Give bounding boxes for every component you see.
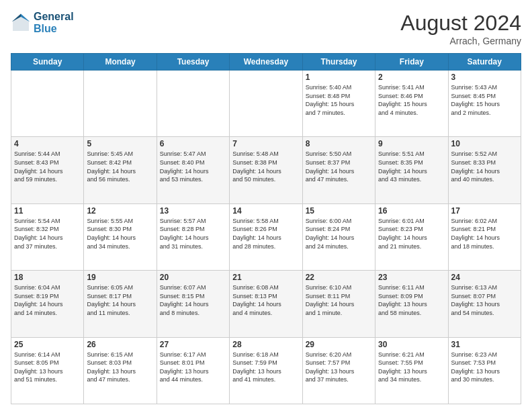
day-info: Sunrise: 6:02 AM Sunset: 8:21 PM Dayligh… bbox=[451, 217, 518, 250]
day-info: Sunrise: 6:13 AM Sunset: 8:07 PM Dayligh… bbox=[451, 283, 518, 317]
logo-text: General Blue bbox=[34, 11, 74, 34]
day-info: Sunrise: 6:00 AM Sunset: 8:24 PM Dayligh… bbox=[306, 217, 372, 250]
day-number: 4 bbox=[14, 139, 81, 148]
calendar-cell: 4Sunrise: 5:44 AM Sunset: 8:43 PM Daylig… bbox=[11, 137, 84, 203]
calendar-cell: 23Sunrise: 6:11 AM Sunset: 8:09 PM Dayli… bbox=[375, 271, 448, 337]
logo-icon bbox=[11, 13, 31, 33]
calendar-cell: 22Sunrise: 6:10 AM Sunset: 8:11 PM Dayli… bbox=[302, 271, 375, 337]
calendar-cell: 29Sunrise: 6:20 AM Sunset: 7:57 PM Dayli… bbox=[302, 337, 375, 404]
day-number: 24 bbox=[451, 273, 518, 282]
day-info: Sunrise: 6:07 AM Sunset: 8:15 PM Dayligh… bbox=[160, 283, 226, 317]
calendar-cell: 13Sunrise: 5:57 AM Sunset: 8:28 PM Dayli… bbox=[157, 203, 229, 270]
calendar-cell: 7Sunrise: 5:48 AM Sunset: 8:38 PM Daylig… bbox=[230, 137, 302, 203]
title-block: August 2024 Arrach, Germany bbox=[400, 11, 521, 46]
calendar-cell: 26Sunrise: 6:15 AM Sunset: 8:03 PM Dayli… bbox=[84, 337, 157, 404]
weekday-header-sunday: Sunday bbox=[11, 54, 84, 71]
calendar-cell: 21Sunrise: 6:08 AM Sunset: 8:13 PM Dayli… bbox=[230, 271, 302, 337]
day-info: Sunrise: 5:44 AM Sunset: 8:43 PM Dayligh… bbox=[14, 150, 81, 183]
calendar-cell: 18Sunrise: 6:04 AM Sunset: 8:19 PM Dayli… bbox=[11, 271, 84, 337]
header: General Blue August 2024 Arrach, Germany bbox=[11, 11, 521, 46]
day-info: Sunrise: 6:21 AM Sunset: 7:55 PM Dayligh… bbox=[378, 351, 445, 384]
day-info: Sunrise: 6:04 AM Sunset: 8:19 PM Dayligh… bbox=[14, 283, 81, 317]
day-info: Sunrise: 5:41 AM Sunset: 8:46 PM Dayligh… bbox=[378, 83, 445, 117]
day-number: 23 bbox=[378, 273, 445, 282]
day-info: Sunrise: 6:01 AM Sunset: 8:23 PM Dayligh… bbox=[378, 217, 445, 250]
day-number: 8 bbox=[306, 139, 372, 148]
day-number: 3 bbox=[451, 73, 518, 82]
calendar-cell: 16Sunrise: 6:01 AM Sunset: 8:23 PM Dayli… bbox=[375, 203, 448, 270]
day-number: 13 bbox=[160, 206, 226, 216]
logo: General Blue bbox=[11, 11, 74, 34]
day-number: 19 bbox=[87, 273, 153, 282]
day-info: Sunrise: 6:11 AM Sunset: 8:09 PM Dayligh… bbox=[378, 283, 445, 317]
day-info: Sunrise: 6:20 AM Sunset: 7:57 PM Dayligh… bbox=[306, 351, 372, 384]
calendar-cell: 31Sunrise: 6:23 AM Sunset: 7:53 PM Dayli… bbox=[448, 337, 521, 404]
svg-marker-0 bbox=[13, 15, 29, 31]
calendar-cell bbox=[157, 71, 229, 137]
calendar-cell bbox=[230, 71, 302, 137]
day-info: Sunrise: 5:48 AM Sunset: 8:38 PM Dayligh… bbox=[232, 150, 299, 183]
day-info: Sunrise: 6:15 AM Sunset: 8:03 PM Dayligh… bbox=[87, 351, 153, 384]
day-info: Sunrise: 5:47 AM Sunset: 8:40 PM Dayligh… bbox=[160, 150, 226, 183]
day-number: 12 bbox=[87, 206, 153, 216]
calendar-cell: 17Sunrise: 6:02 AM Sunset: 8:21 PM Dayli… bbox=[448, 203, 521, 270]
day-number: 20 bbox=[160, 273, 226, 282]
calendar-cell: 3Sunrise: 5:43 AM Sunset: 8:45 PM Daylig… bbox=[448, 71, 521, 137]
calendar-cell: 28Sunrise: 6:18 AM Sunset: 7:59 PM Dayli… bbox=[230, 337, 302, 404]
week-row-1: 1Sunrise: 5:40 AM Sunset: 8:48 PM Daylig… bbox=[11, 71, 521, 137]
weekday-header-wednesday: Wednesday bbox=[230, 54, 302, 71]
day-number: 16 bbox=[378, 206, 445, 216]
day-info: Sunrise: 6:08 AM Sunset: 8:13 PM Dayligh… bbox=[232, 283, 299, 317]
day-info: Sunrise: 6:17 AM Sunset: 8:01 PM Dayligh… bbox=[160, 351, 226, 384]
day-number: 1 bbox=[306, 73, 372, 82]
day-number: 28 bbox=[232, 340, 299, 349]
day-number: 17 bbox=[451, 206, 518, 216]
calendar-cell bbox=[84, 71, 157, 137]
day-info: Sunrise: 6:23 AM Sunset: 7:53 PM Dayligh… bbox=[451, 351, 518, 384]
day-info: Sunrise: 5:43 AM Sunset: 8:45 PM Dayligh… bbox=[451, 83, 518, 117]
calendar-cell: 27Sunrise: 6:17 AM Sunset: 8:01 PM Dayli… bbox=[157, 337, 229, 404]
week-row-5: 25Sunrise: 6:14 AM Sunset: 8:05 PM Dayli… bbox=[11, 337, 521, 404]
week-row-4: 18Sunrise: 6:04 AM Sunset: 8:19 PM Dayli… bbox=[11, 271, 521, 337]
day-number: 29 bbox=[306, 340, 372, 349]
day-info: Sunrise: 6:14 AM Sunset: 8:05 PM Dayligh… bbox=[14, 351, 81, 384]
day-number: 10 bbox=[451, 139, 518, 148]
day-info: Sunrise: 5:45 AM Sunset: 8:42 PM Dayligh… bbox=[87, 150, 153, 183]
calendar-cell: 6Sunrise: 5:47 AM Sunset: 8:40 PM Daylig… bbox=[157, 137, 229, 203]
day-info: Sunrise: 5:57 AM Sunset: 8:28 PM Dayligh… bbox=[160, 217, 226, 250]
day-info: Sunrise: 5:50 AM Sunset: 8:37 PM Dayligh… bbox=[306, 150, 372, 183]
weekday-header-tuesday: Tuesday bbox=[157, 54, 229, 71]
calendar-cell: 12Sunrise: 5:55 AM Sunset: 8:30 PM Dayli… bbox=[84, 203, 157, 270]
day-number: 15 bbox=[306, 206, 372, 216]
calendar-cell: 9Sunrise: 5:51 AM Sunset: 8:35 PM Daylig… bbox=[375, 137, 448, 203]
weekday-header-thursday: Thursday bbox=[302, 54, 375, 71]
calendar-cell: 30Sunrise: 6:21 AM Sunset: 7:55 PM Dayli… bbox=[375, 337, 448, 404]
calendar-cell: 11Sunrise: 5:54 AM Sunset: 8:32 PM Dayli… bbox=[11, 203, 84, 270]
day-info: Sunrise: 6:18 AM Sunset: 7:59 PM Dayligh… bbox=[232, 351, 299, 384]
day-number: 21 bbox=[232, 273, 299, 282]
calendar-cell: 15Sunrise: 6:00 AM Sunset: 8:24 PM Dayli… bbox=[302, 203, 375, 270]
day-number: 2 bbox=[378, 73, 445, 82]
calendar-cell: 10Sunrise: 5:52 AM Sunset: 8:33 PM Dayli… bbox=[448, 137, 521, 203]
weekday-header-row: SundayMondayTuesdayWednesdayThursdayFrid… bbox=[11, 54, 521, 71]
day-info: Sunrise: 5:58 AM Sunset: 8:26 PM Dayligh… bbox=[232, 217, 299, 250]
day-number: 18 bbox=[14, 273, 81, 282]
day-number: 26 bbox=[87, 340, 153, 349]
weekday-header-monday: Monday bbox=[84, 54, 157, 71]
day-number: 9 bbox=[378, 139, 445, 148]
day-number: 14 bbox=[232, 206, 299, 216]
day-info: Sunrise: 5:54 AM Sunset: 8:32 PM Dayligh… bbox=[14, 217, 81, 250]
weekday-header-friday: Friday bbox=[375, 54, 448, 71]
day-number: 7 bbox=[232, 139, 299, 148]
day-info: Sunrise: 5:51 AM Sunset: 8:35 PM Dayligh… bbox=[378, 150, 445, 183]
day-number: 27 bbox=[160, 340, 226, 349]
weekday-header-saturday: Saturday bbox=[448, 54, 521, 71]
day-number: 22 bbox=[306, 273, 372, 282]
day-number: 6 bbox=[160, 139, 226, 148]
week-row-2: 4Sunrise: 5:44 AM Sunset: 8:43 PM Daylig… bbox=[11, 137, 521, 203]
calendar-cell: 2Sunrise: 5:41 AM Sunset: 8:46 PM Daylig… bbox=[375, 71, 448, 137]
day-info: Sunrise: 5:52 AM Sunset: 8:33 PM Dayligh… bbox=[451, 150, 518, 183]
day-number: 30 bbox=[378, 340, 445, 349]
calendar-cell: 14Sunrise: 5:58 AM Sunset: 8:26 PM Dayli… bbox=[230, 203, 302, 270]
week-row-3: 11Sunrise: 5:54 AM Sunset: 8:32 PM Dayli… bbox=[11, 203, 521, 270]
